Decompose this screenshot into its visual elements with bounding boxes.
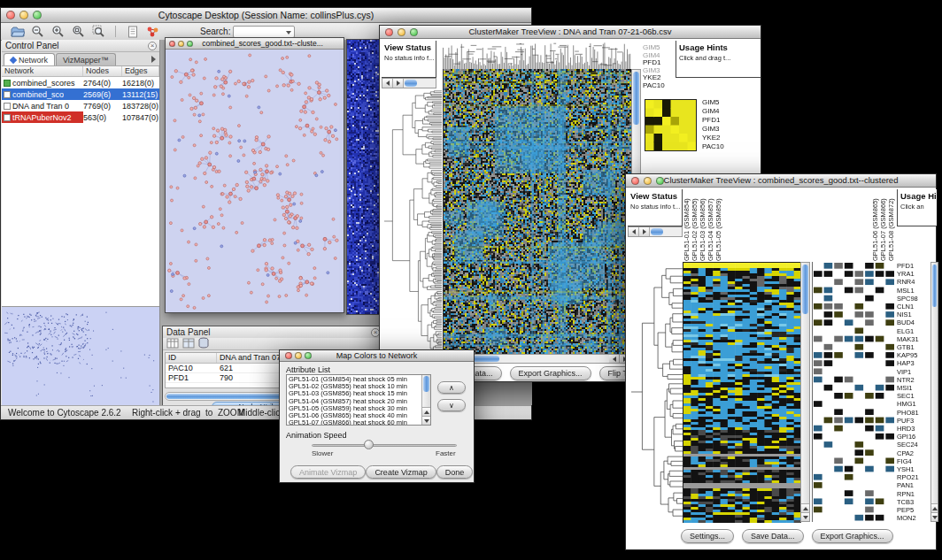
scroll-left-icon[interactable] [629,227,639,236]
network-graph-canvas[interactable] [166,50,344,312]
dialog-action-button[interactable]: Create Vizmap [366,465,436,479]
gene-label[interactable]: HAP3 [897,359,930,367]
gene-label[interactable]: SPC98 [897,295,930,303]
gene-label[interactable]: SEC1 [897,392,930,400]
zoom-fit-icon[interactable] [69,24,88,39]
column-dendrogram-canvas[interactable] [443,41,631,69]
network-list-item[interactable]: DNA and Tran 0 7769(0) 183728(0) [2,100,159,111]
gene-label[interactable]: YSH1 [897,465,930,473]
scrollbar-thumb[interactable] [423,376,429,392]
scroll-down-icon[interactable] [801,512,809,521]
heatmap-vscrollbar[interactable] [800,262,810,522]
selected-gene-label[interactable]: YKE2 [702,134,724,142]
gene-label[interactable]: RNR4 [897,278,930,286]
minimize-button[interactable] [644,177,652,185]
zoom-button[interactable] [305,352,312,359]
gene-label[interactable]: CPA2 [897,449,930,457]
selected-cluster-heatmap-canvas[interactable] [645,99,697,151]
scrollbar-thumb[interactable] [802,265,808,314]
gene-label[interactable]: YRA1 [897,270,930,278]
gene-label[interactable]: NTR2 [897,376,930,384]
gene-label[interactable]: CLN1 [897,303,930,311]
gene-label[interactable]: MON2 [897,514,930,522]
annotation-page-icon[interactable] [123,24,142,39]
heatmap-canvas[interactable] [683,262,801,523]
scroll-right-icon[interactable] [639,227,650,236]
scroll-right-icon[interactable] [393,79,404,88]
close-button[interactable] [385,28,393,36]
gene-label[interactable]: ELG1 [897,327,930,335]
selected-gene-label[interactable]: GIM3 [702,125,724,134]
database-cylinder-icon[interactable] [198,336,209,352]
status-hscrollbar[interactable] [382,78,436,88]
dialog-action-button[interactable]: Done [436,465,474,479]
treeview-action-button[interactable]: Export Graphics... [812,529,893,543]
gene-label[interactable]: TCB3 [897,498,930,506]
network-list-item[interactable]: tRNAPuberNov2 563(0) 107847(0) [2,111,159,123]
treeview-action-button[interactable]: Settings... [681,529,734,543]
gene-label[interactable]: RPN1 [897,490,930,498]
attribute-list-vscrollbar[interactable] [421,375,430,425]
row-dendrogram-canvas[interactable] [382,88,442,354]
gene-label[interactable]: PEP5 [897,506,930,514]
gene-label[interactable]: KAP95 [897,351,930,359]
search-input[interactable] [233,26,295,38]
gene-label[interactable]: PFD1 [897,262,930,270]
zoom-in-icon[interactable] [49,24,67,39]
selected-gene-label[interactable]: GIM4 [702,107,724,116]
speed-slider-thumb[interactable] [364,440,374,449]
attribute-grid-icon[interactable] [166,336,179,352]
move-down-button[interactable]: ∨ [437,399,466,411]
minimize-button[interactable] [19,11,28,19]
minimize-button[interactable] [398,28,405,36]
treeview-action-button[interactable]: Export Graphics... [510,366,591,380]
gene-label[interactable]: GPI16 [897,433,930,441]
speed-slider-track[interactable] [312,444,457,447]
folder-open-icon[interactable] [8,24,27,39]
scrollbar-thumb[interactable] [651,228,663,235]
minimize-button[interactable] [178,41,184,47]
gene-label[interactable]: HRD3 [897,425,930,433]
close-panel-icon[interactable]: × [148,42,157,50]
gene-label[interactable]: HMG1 [897,400,930,408]
gene-label[interactable]: PHO81 [897,409,930,417]
close-button[interactable] [6,11,15,19]
move-up-button[interactable]: ∧ [437,381,466,394]
close-button[interactable] [169,41,175,47]
close-button[interactable] [631,177,639,185]
scroll-up-icon[interactable] [931,503,938,512]
selected-gene-label[interactable]: PFD1 [702,116,724,125]
zoom-region-icon[interactable] [89,24,108,39]
network-overview-canvas[interactable] [2,307,158,405]
titlebar-cytoscape[interactable]: Cytoscape Desktop (Session Name: collins… [1,8,531,23]
gene-list-vscrollbar[interactable] [930,262,938,522]
gene-label[interactable]: MSI1 [897,384,930,392]
tab-network[interactable]: Network [4,53,55,65]
scroll-down-icon[interactable] [422,416,430,425]
attribute-list-item[interactable]: GPL51-07 (GSM866) heat shock 60 min [289,419,420,426]
gene-label[interactable]: FIG4 [897,457,930,465]
network-list-item[interactable]: combined_sco 2569(6) 13112(15) [2,88,159,100]
gene-label[interactable]: SEC24 [897,441,930,449]
scrollbar-thumb[interactable] [932,265,937,307]
gene-label[interactable]: PUF3 [897,417,930,425]
gene-label[interactable]: MAK31 [897,335,930,343]
gene-label[interactable]: MSL1 [897,287,930,295]
selected-gene-label[interactable]: PAC10 [702,142,724,151]
gene-label[interactable]: GTB1 [897,343,930,351]
scroll-up-icon[interactable] [422,407,430,416]
selected-gene-label[interactable]: GIM5 [702,98,724,107]
gene-label[interactable]: PAN1 [897,481,930,489]
detail-heatmap-canvas[interactable] [812,262,895,522]
heatmap-canvas[interactable] [443,69,632,354]
tab-vizmapper[interactable]: VizMapper™ [56,53,116,65]
attribute-list[interactable]: GPL51-01 (GSM854) heat shock 05 minGPL51… [286,374,431,426]
scrollbar-thumb[interactable] [633,72,639,125]
gene-label[interactable]: RPO21 [897,473,930,481]
scroll-up-icon[interactable] [801,503,809,512]
zoom-out-icon[interactable] [28,24,47,39]
status-hscrollbar[interactable] [628,226,683,237]
scroll-down-icon[interactable] [931,512,938,521]
dialog-action-button[interactable]: Animate Vizmap [290,465,366,479]
scroll-left-icon[interactable] [609,355,620,363]
